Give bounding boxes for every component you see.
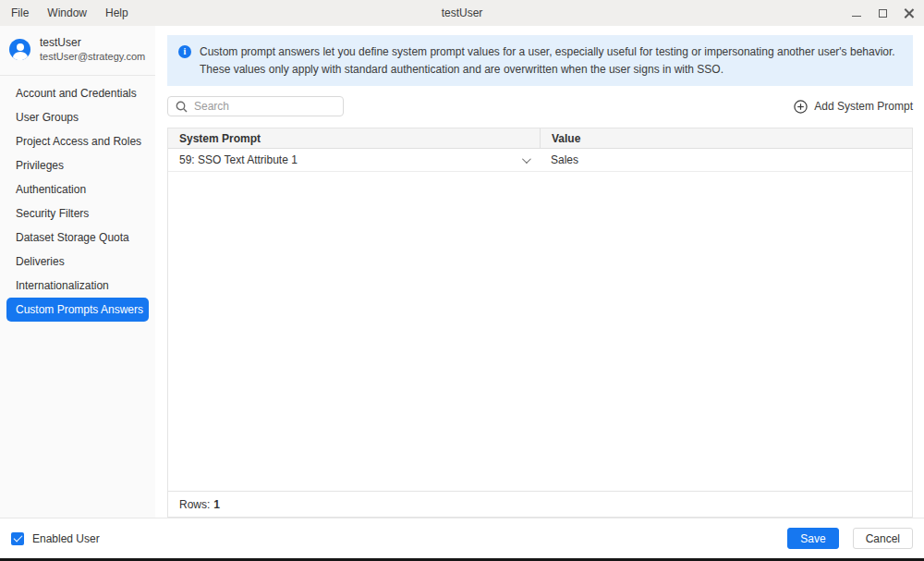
column-header-value: Value [540,128,912,148]
sidebar-item-project-access-and-roles[interactable]: Project Access and Roles [6,129,149,153]
sidebar-item-internationalization[interactable]: Internationalization [6,274,149,298]
table-header: System Prompt Value [168,128,912,149]
user-email: testUser@strategy.com [40,50,145,64]
user-profile: testUser testUser@strategy.com [0,26,155,73]
user-name: testUser [40,35,145,50]
table-empty-area [168,172,912,491]
search-input[interactable] [194,100,335,113]
sidebar-item-privileges[interactable]: Privileges [6,153,149,177]
save-button[interactable]: Save [787,528,838,549]
chevron-down-icon [522,154,531,164]
rows-count: 1 [213,498,220,511]
cancel-button[interactable]: Cancel [853,528,913,549]
close-button[interactable] [900,5,917,21]
sidebar-item-custom-prompts-answers[interactable]: Custom Prompts Answers [6,298,149,322]
plus-circle-icon [794,100,808,114]
minimize-button[interactable] [848,5,865,21]
sidebar-item-deliveries[interactable]: Deliveries [6,250,149,274]
rows-label: Rows: [179,498,210,511]
sidebar-nav: Account and Credentials User Groups Proj… [0,81,155,322]
window-title: testUser [0,6,924,19]
search-box[interactable] [167,96,344,116]
user-profile-text: testUser testUser@strategy.com [40,35,145,64]
prompt-answer-value[interactable]: Sales [540,149,912,171]
menu-file[interactable]: File [7,6,38,19]
bottom-bar: Enabled User Save Cancel [0,518,924,558]
sidebar-item-security-filters[interactable]: Security Filters [6,201,149,226]
sidebar-divider [0,75,155,76]
menu-window[interactable]: Window [38,6,96,19]
sidebar-item-account-and-credentials[interactable]: Account and Credentials [6,81,149,105]
enabled-user-label: Enabled User [32,532,100,545]
maximize-icon [879,9,887,18]
sidebar-item-dataset-storage-quota[interactable]: Dataset Storage Quota [6,226,149,250]
info-banner: i Custom prompt answers let you define s… [167,35,913,86]
toolbar: Add System Prompt [167,96,913,116]
close-icon [904,8,914,18]
maximize-button[interactable] [874,5,891,21]
table-row: 59: SSO Text Attribute 1 Sales [168,149,912,172]
system-prompt-value: 59: SSO Text Attribute 1 [179,153,298,166]
sidebar-item-user-groups[interactable]: User Groups [6,105,149,129]
minimize-icon [852,16,861,17]
enabled-user-checkbox[interactable] [11,532,24,545]
info-icon: i [178,45,191,58]
user-avatar-icon [9,39,30,60]
add-system-prompt-label: Add System Prompt [814,100,913,113]
column-header-system-prompt: System Prompt [168,128,540,148]
add-system-prompt-button[interactable]: Add System Prompt [794,100,913,114]
table-footer: Rows: 1 [168,491,912,517]
info-banner-text: Custom prompt answers let you define sys… [200,43,902,78]
menu-help[interactable]: Help [96,6,138,19]
system-prompt-table: System Prompt Value 59: SSO Text Attribu… [167,128,913,518]
titlebar: File Window Help testUser [0,0,924,26]
content-row: testUser testUser@strategy.com Account a… [0,26,924,518]
main-panel: i Custom prompt answers let you define s… [155,26,924,518]
sidebar-item-authentication[interactable]: Authentication [6,177,149,201]
search-icon [176,101,188,113]
system-prompt-dropdown[interactable]: 59: SSO Text Attribute 1 [168,149,540,171]
sidebar: testUser testUser@strategy.com Account a… [0,26,155,518]
window-controls [848,5,917,21]
